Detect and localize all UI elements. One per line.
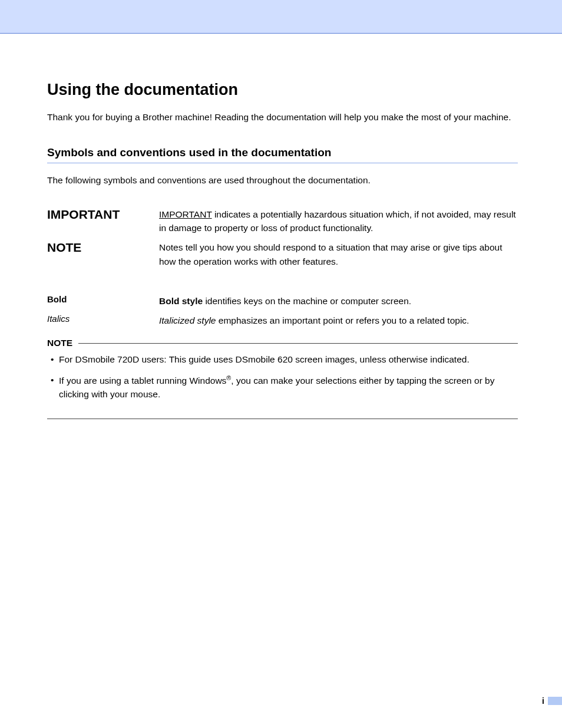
label-important: IMPORTANT — [47, 207, 159, 222]
conventions-table: IMPORTANT IMPORTANT indicates a potentia… — [47, 207, 518, 328]
desc-italics: Italicized style emphasizes an important… — [159, 314, 518, 327]
section-heading: Symbols and conventions used in the docu… — [47, 146, 518, 163]
desc-note: Notes tell you how you should respond to… — [159, 241, 518, 268]
page-content: Using the documentation Thank you for bu… — [0, 34, 562, 419]
row-important: IMPORTANT IMPORTANT indicates a potentia… — [47, 207, 518, 235]
intro-paragraph: Thank you for buying a Brother machine! … — [47, 111, 518, 124]
note-box-list: For DSmobile 720D users: This guide uses… — [47, 348, 518, 419]
desc-bold-lead: Bold style — [159, 296, 203, 306]
note-item-2: If you are using a tablet running Window… — [47, 374, 518, 401]
note-box-title: NOTE — [47, 338, 72, 348]
header-band — [0, 0, 562, 34]
desc-important-lead: IMPORTANT — [159, 209, 212, 219]
row-italics: Italics Italicized style emphasizes an i… — [47, 314, 518, 327]
desc-italics-lead: Italicized style — [159, 315, 216, 325]
note-box: NOTE For DSmobile 720D users: This guide… — [47, 338, 518, 419]
page-number-bar — [548, 697, 562, 705]
page-number-value: i — [542, 696, 544, 706]
label-note: NOTE — [47, 241, 159, 255]
row-note: NOTE Notes tell you how you should respo… — [47, 241, 518, 268]
note-item-2a: If you are using a tablet running Window… — [59, 375, 226, 386]
conventions-intro: The following symbols and conventions ar… — [47, 174, 518, 187]
desc-bold-rest: identifies keys on the machine or comput… — [203, 296, 411, 306]
row-bold: Bold Bold style identifies keys on the m… — [47, 294, 518, 308]
note-item-1: For DSmobile 720D users: This guide uses… — [47, 353, 518, 366]
desc-important-rest: indicates a potentially hazardous situat… — [159, 209, 516, 233]
label-bold: Bold — [47, 294, 159, 304]
note-box-rule — [78, 343, 518, 344]
note-box-header: NOTE — [47, 338, 518, 348]
note-box-bottom-rule — [47, 419, 518, 419]
desc-bold: Bold style identifies keys on the machin… — [159, 294, 518, 308]
desc-important: IMPORTANT indicates a potentially hazard… — [159, 207, 518, 235]
desc-italics-rest: emphasizes an important point or refers … — [216, 315, 469, 325]
label-italics: Italics — [47, 314, 159, 324]
page-title: Using the documentation — [47, 81, 518, 99]
page-number: i — [542, 696, 562, 706]
